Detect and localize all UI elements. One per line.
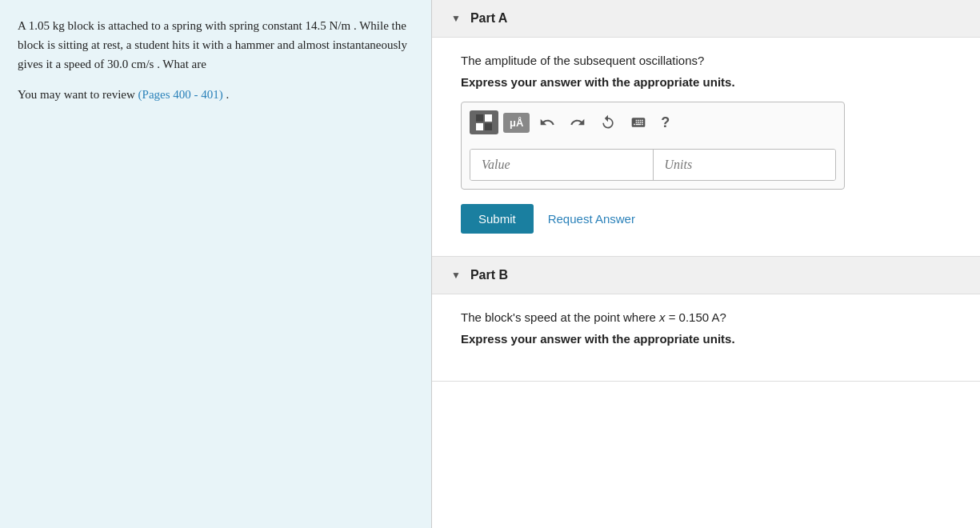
part-a-body: The amplitude of the subsequent oscillat… — [432, 38, 980, 256]
part-b-header[interactable]: ▼ Part B — [432, 257, 980, 294]
units-input[interactable] — [653, 150, 836, 180]
part-a-section: ▼ Part A The amplitude of the subsequent… — [432, 0, 980, 257]
part-a-express: Express your answer with the appropriate… — [461, 75, 951, 89]
help-button[interactable]: ? — [656, 111, 674, 134]
left-panel: A 1.05 kg block is attached to a spring … — [0, 0, 432, 528]
matrix-button[interactable] — [470, 110, 498, 134]
part-b-express: Express your answer with the appropriate… — [461, 332, 951, 346]
help-label: ? — [661, 114, 670, 131]
part-a-question: The amplitude of the subsequent oscillat… — [461, 54, 951, 67]
grid-icon — [476, 114, 492, 130]
part-a-toolbar: μÅ — [470, 110, 836, 141]
review-link[interactable]: (Pages 400 - 401) — [138, 88, 223, 101]
part-a-title: Part A — [470, 11, 508, 26]
mu-label: μÅ — [510, 117, 523, 129]
undo-button[interactable] — [534, 111, 560, 134]
part-b-question: The block's speed at the point where x =… — [461, 310, 951, 324]
review-line: You may want to review (Pages 400 - 401)… — [18, 85, 414, 104]
part-b-title: Part B — [470, 268, 508, 282]
part-a-actions: Submit Request Answer — [461, 204, 951, 234]
part-b-chevron[interactable]: ▼ — [451, 270, 461, 282]
part-a-header[interactable]: ▼ Part A — [432, 0, 980, 38]
redo-button[interactable] — [565, 111, 590, 134]
problem-text: A 1.05 kg block is attached to a spring … — [18, 16, 414, 104]
problem-statement: A 1.05 kg block is attached to a spring … — [18, 16, 414, 74]
reset-button[interactable] — [595, 111, 621, 134]
units-symbol-button[interactable]: μÅ — [503, 113, 530, 133]
part-b-section: ▼ Part B The block's speed at the point … — [432, 257, 980, 382]
submit-button[interactable]: Submit — [461, 204, 534, 234]
part-a-answer-box: μÅ — [461, 102, 845, 190]
value-input[interactable] — [470, 150, 653, 180]
part-b-body: The block's speed at the point where x =… — [432, 294, 980, 381]
part-a-chevron[interactable]: ▼ — [451, 13, 461, 25]
value-units-row — [470, 149, 836, 181]
right-panel: ▼ Part A The amplitude of the subsequent… — [432, 0, 980, 528]
keyboard-button[interactable] — [626, 111, 651, 134]
request-answer-link[interactable]: Request Answer — [548, 212, 635, 226]
